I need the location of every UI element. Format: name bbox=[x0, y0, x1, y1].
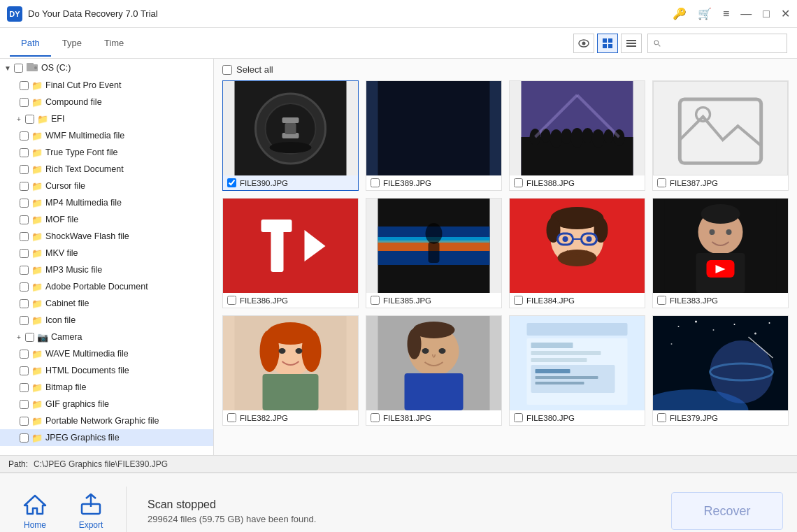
recover-button[interactable]: Recover bbox=[671, 492, 783, 530]
minimize-button[interactable]: — bbox=[740, 8, 752, 20]
file-checkbox-11[interactable] bbox=[657, 413, 666, 422]
tree-item[interactable]: 📁 True Type Font file bbox=[0, 144, 213, 161]
file-card-10[interactable]: FILE380.JPG bbox=[509, 315, 645, 426]
tree-item[interactable]: 📁 HTML Documents file bbox=[0, 362, 213, 379]
maximize-button[interactable]: □ bbox=[763, 8, 770, 20]
search-bar[interactable] bbox=[647, 34, 787, 53]
tree-root[interactable]: ▼ OS (C:) bbox=[0, 59, 213, 77]
item-checkbox-11[interactable] bbox=[20, 266, 29, 275]
file-label-9: FILE381.JPG bbox=[366, 410, 501, 425]
item-checkbox-15[interactable] bbox=[25, 333, 34, 342]
tree-item[interactable]: 📁 Adobe Portable Document bbox=[0, 278, 213, 295]
export-button[interactable]: Export bbox=[70, 493, 112, 530]
item-checkbox-3[interactable] bbox=[20, 131, 29, 141]
tree-item[interactable]: 📁 Cursor file bbox=[0, 178, 213, 194]
tree-item[interactable]: 📁 Portable Network Graphic file bbox=[0, 412, 213, 429]
tab-path[interactable]: Path bbox=[10, 31, 51, 57]
file-checkbox-8[interactable] bbox=[227, 413, 236, 422]
item-checkbox-14[interactable] bbox=[20, 316, 29, 325]
file-name-4: FILE386.JPG bbox=[240, 296, 288, 305]
tree-item[interactable]: 📁 Bitmap file bbox=[0, 379, 213, 396]
item-checkbox-17[interactable] bbox=[20, 366, 29, 375]
file-checkbox-10[interactable] bbox=[514, 413, 523, 422]
file-card-5[interactable]: FILE385.JPG bbox=[366, 198, 502, 308]
item-checkbox-16[interactable] bbox=[20, 350, 29, 359]
file-card-1[interactable]: FILE389.JPG bbox=[366, 80, 502, 191]
tree-item[interactable]: 📁 WAVE Multimedia file bbox=[0, 345, 213, 362]
tree-item[interactable]: 📁 ShockWave Flash file bbox=[0, 228, 213, 245]
file-checkbox-7[interactable] bbox=[657, 296, 666, 305]
tab-time[interactable]: Time bbox=[93, 31, 135, 57]
file-checkbox-3[interactable] bbox=[657, 178, 666, 187]
tree-item[interactable]: 📁 Rich Text Document bbox=[0, 161, 213, 178]
view-list-button[interactable] bbox=[621, 34, 642, 53]
item-checkbox-18[interactable] bbox=[20, 383, 29, 392]
item-checkbox-2[interactable] bbox=[25, 115, 34, 124]
file-card-7[interactable]: FILE383.JPG bbox=[652, 198, 789, 308]
tab-type[interactable]: Type bbox=[51, 31, 93, 57]
file-card-4[interactable]: FILE386.JPG bbox=[222, 198, 359, 308]
item-checkbox-13[interactable] bbox=[20, 299, 29, 308]
item-checkbox-19[interactable] bbox=[20, 400, 29, 409]
file-card-6[interactable]: FILE384.JPG bbox=[509, 198, 645, 308]
item-checkbox-5[interactable] bbox=[20, 165, 29, 174]
file-card-11[interactable]: FILE379.JPG bbox=[652, 315, 789, 426]
tree-item[interactable]: + 📷 Camera bbox=[0, 329, 213, 345]
item-checkbox-1[interactable] bbox=[20, 98, 29, 107]
item-checkbox-10[interactable] bbox=[20, 249, 29, 258]
item-checkbox-8[interactable] bbox=[20, 215, 29, 224]
file-checkbox-6[interactable] bbox=[514, 296, 523, 305]
tree-item[interactable]: 📁 Compound file bbox=[0, 94, 213, 110]
home-button[interactable]: Home bbox=[14, 493, 56, 530]
tree-item[interactable]: 📁 Cabinet file bbox=[0, 295, 213, 312]
item-checkbox-4[interactable] bbox=[20, 148, 29, 157]
tree-item[interactable]: 📁 GIF graphics file bbox=[0, 396, 213, 412]
file-card-2[interactable]: FILE388.JPG bbox=[509, 80, 645, 191]
key-icon[interactable]: 🔑 bbox=[673, 7, 687, 20]
file-checkbox-0[interactable] bbox=[227, 178, 236, 187]
tree-item[interactable]: 📁 MOF file bbox=[0, 211, 213, 228]
cart-icon[interactable]: 🛒 bbox=[698, 7, 712, 20]
file-thumb-11 bbox=[653, 316, 788, 410]
svg-point-26 bbox=[550, 129, 563, 148]
tree-item[interactable]: 📁 JPEG Graphics file bbox=[0, 429, 213, 446]
tree-item[interactable]: 📁 Icon file bbox=[0, 312, 213, 329]
svg-rect-6 bbox=[626, 40, 636, 41]
tree-item[interactable]: 📁 WMF Multimedia file bbox=[0, 127, 213, 144]
svg-rect-39 bbox=[261, 220, 292, 232]
item-checkbox-12[interactable] bbox=[20, 282, 29, 292]
file-checkbox-5[interactable] bbox=[371, 296, 380, 305]
item-checkbox-9[interactable] bbox=[20, 232, 29, 241]
file-checkbox-9[interactable] bbox=[371, 413, 380, 422]
close-button[interactable]: ✕ bbox=[781, 7, 790, 20]
item-checkbox-0[interactable] bbox=[20, 81, 29, 90]
tree-item[interactable]: 📁 Final Cut Pro Event bbox=[0, 77, 213, 94]
tree-item[interactable]: 📁 MP3 Music file bbox=[0, 261, 213, 278]
item-checkbox-7[interactable] bbox=[20, 199, 29, 208]
svg-line-10 bbox=[658, 44, 660, 46]
select-all-checkbox[interactable] bbox=[222, 65, 232, 75]
item-checkbox-20[interactable] bbox=[20, 417, 29, 426]
view-preview-button[interactable] bbox=[573, 34, 594, 53]
tree-item[interactable]: 📁 MKV file bbox=[0, 245, 213, 261]
status-divider bbox=[126, 487, 127, 532]
folder-icon-19: 📁 bbox=[31, 399, 43, 409]
file-card-9[interactable]: FILE381.JPG bbox=[366, 315, 502, 426]
file-checkbox-2[interactable] bbox=[514, 178, 523, 187]
item-checkbox-21[interactable] bbox=[20, 433, 29, 443]
view-grid-button[interactable] bbox=[597, 34, 618, 53]
svg-rect-17 bbox=[282, 117, 299, 123]
file-card-0[interactable]: FILE390.JPG bbox=[222, 80, 359, 191]
item-checkbox-6[interactable] bbox=[20, 182, 29, 191]
file-card-8[interactable]: FILE382.JPG bbox=[222, 315, 359, 426]
folder-icon-4: 📁 bbox=[31, 148, 43, 157]
root-checkbox[interactable] bbox=[14, 64, 23, 73]
file-checkbox-1[interactable] bbox=[371, 178, 380, 187]
file-card-3[interactable]: FILE387.JPG bbox=[652, 80, 789, 191]
tree-item[interactable]: 📁 MP4 Multimedia file bbox=[0, 194, 213, 211]
folder-icon-14: 📁 bbox=[31, 315, 43, 325]
menu-icon[interactable]: ≡ bbox=[723, 8, 729, 20]
search-input[interactable] bbox=[663, 38, 781, 48]
tree-item[interactable]: + 📁 EFI bbox=[0, 110, 213, 127]
file-checkbox-4[interactable] bbox=[227, 296, 236, 305]
